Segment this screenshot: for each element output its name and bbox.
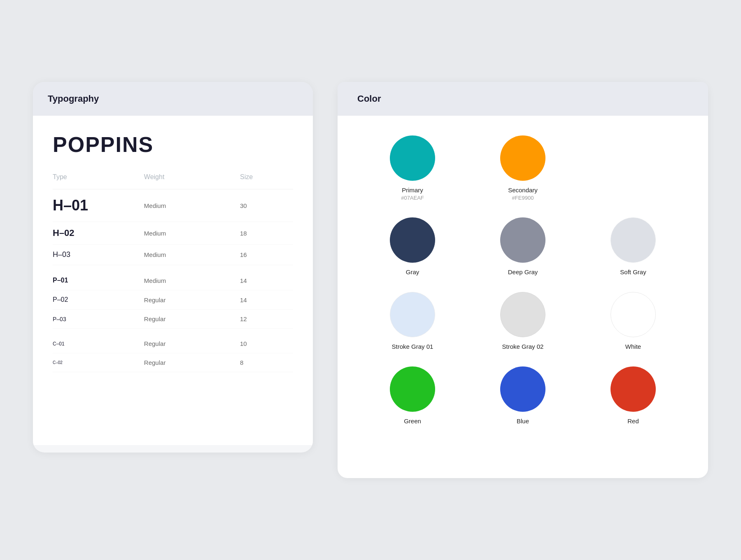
size-label: 16 — [207, 245, 293, 265]
color-name: Secondary — [508, 187, 538, 194]
color-info-secondary: Secondary #FE9900 — [508, 187, 538, 201]
color-name: Red — [627, 418, 639, 425]
swatch-primary — [390, 135, 435, 181]
color-name: White — [625, 343, 641, 350]
color-name: Stroke Gray 01 — [392, 343, 433, 350]
swatch-secondary — [500, 135, 545, 181]
color-info-soft-gray: Soft Gray — [620, 268, 646, 275]
type-label: P–03 — [53, 310, 119, 329]
color-item-blue: Blue — [468, 366, 578, 425]
color-card: Color Primary #07AEAF Secondary #FE9900 — [338, 82, 708, 478]
typography-card: Typography POPPINS Type Weight Size H–01… — [33, 82, 313, 453]
col-size: Size — [207, 173, 293, 189]
weight-label: Regular — [119, 353, 207, 372]
type-label: C–01 — [53, 329, 119, 353]
color-header: Color — [338, 82, 708, 116]
swatch-stroke-gray-01 — [390, 292, 435, 337]
table-row: P–01 Medium 14 — [53, 265, 293, 290]
typography-title: Typography — [48, 93, 298, 104]
color-info-green: Green — [404, 418, 421, 425]
table-row: H–01 Medium 30 — [53, 189, 293, 222]
table-row: H–02 Medium 18 — [53, 222, 293, 245]
color-name: Deep Gray — [508, 268, 538, 275]
color-title: Color — [357, 93, 688, 104]
color-name: Stroke Gray 02 — [502, 343, 544, 350]
color-item-red: Red — [578, 366, 688, 425]
type-label: C–02 — [53, 353, 119, 372]
type-label: P–02 — [53, 290, 119, 310]
color-item-stroke-gray-02: Stroke Gray 02 — [468, 292, 578, 350]
font-name: POPPINS — [53, 132, 293, 157]
color-info-primary: Primary #07AEAF — [401, 187, 424, 201]
size-label: 8 — [207, 353, 293, 372]
table-row: C–01 Regular 10 — [53, 329, 293, 353]
col-weight: Weight — [119, 173, 207, 189]
color-name: Blue — [517, 418, 529, 425]
swatch-deep-gray — [500, 217, 545, 263]
col-type: Type — [53, 173, 119, 189]
table-row: P–03 Regular 12 — [53, 310, 293, 329]
size-label: 12 — [207, 310, 293, 329]
color-body: Primary #07AEAF Secondary #FE9900 — [338, 116, 708, 478]
color-info-stroke-gray-02: Stroke Gray 02 — [502, 343, 544, 350]
weight-label: Regular — [119, 290, 207, 310]
color-item-secondary: Secondary #FE9900 — [468, 135, 578, 201]
color-item-empty-1 — [578, 135, 688, 201]
color-item-primary: Primary #07AEAF — [357, 135, 468, 201]
type-label: H–03 — [53, 245, 119, 265]
swatch-stroke-gray-02 — [500, 292, 545, 337]
page-wrapper: Typography POPPINS Type Weight Size H–01… — [33, 82, 708, 478]
color-info-stroke-gray-01: Stroke Gray 01 — [392, 343, 433, 350]
size-label: 14 — [207, 290, 293, 310]
color-item-green: Green — [357, 366, 468, 425]
color-name: Gray — [406, 268, 419, 275]
size-label: 18 — [207, 222, 293, 245]
size-label: 10 — [207, 329, 293, 353]
swatch-red — [611, 366, 656, 412]
color-name: Soft Gray — [620, 268, 646, 275]
color-item-stroke-gray-01: Stroke Gray 01 — [357, 292, 468, 350]
type-table: Type Weight Size H–01 Medium 30 H–02 Med… — [53, 173, 293, 372]
color-item-gray: Gray — [357, 217, 468, 275]
table-row: C–02 Regular 8 — [53, 353, 293, 372]
size-label: 14 — [207, 265, 293, 290]
weight-label: Regular — [119, 310, 207, 329]
table-row: P–02 Regular 14 — [53, 290, 293, 310]
swatch-green — [390, 366, 435, 412]
weight-label: Medium — [119, 222, 207, 245]
swatch-white — [611, 292, 656, 337]
color-name: Green — [404, 418, 421, 425]
color-name: Primary — [401, 187, 424, 194]
typography-body: POPPINS Type Weight Size H–01 Medium 30 — [33, 116, 313, 445]
weight-label: Medium — [119, 265, 207, 290]
color-info-white: White — [625, 343, 641, 350]
weight-label: Medium — [119, 245, 207, 265]
color-info-deep-gray: Deep Gray — [508, 268, 538, 275]
swatch-soft-gray — [611, 217, 656, 263]
color-grid: Primary #07AEAF Secondary #FE9900 — [357, 135, 688, 425]
weight-label: Medium — [119, 189, 207, 222]
color-info-gray: Gray — [406, 268, 419, 275]
type-label: P–01 — [53, 265, 119, 290]
color-info-blue: Blue — [517, 418, 529, 425]
size-label: 30 — [207, 189, 293, 222]
color-item-deep-gray: Deep Gray — [468, 217, 578, 275]
swatch-gray — [390, 217, 435, 263]
weight-label: Regular — [119, 329, 207, 353]
color-hex: #07AEAF — [401, 195, 424, 201]
color-item-white: White — [578, 292, 688, 350]
typography-header: Typography — [33, 82, 313, 116]
swatch-blue — [500, 366, 545, 412]
table-row: H–03 Medium 16 — [53, 245, 293, 265]
color-hex: #FE9900 — [508, 195, 538, 201]
color-info-red: Red — [627, 418, 639, 425]
color-item-soft-gray: Soft Gray — [578, 217, 688, 275]
type-label: H–01 — [53, 189, 119, 222]
type-label: H–02 — [53, 222, 119, 245]
